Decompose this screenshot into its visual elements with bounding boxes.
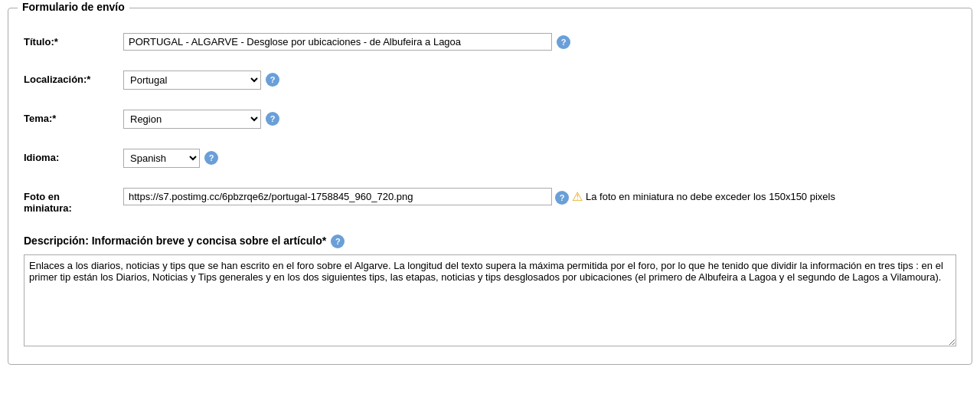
localizacion-select[interactable]: Portugal España Francia	[123, 71, 261, 90]
localizacion-field: Portugal España Francia ?	[123, 71, 279, 90]
titulo-label: Título:*	[24, 33, 123, 48]
tema-label: Tema:*	[24, 110, 123, 124]
thumbnail-input-row: ? ⚠ La foto en miniatura no debe exceder…	[123, 188, 835, 205]
tema-select[interactable]: Region Ciudad Playa	[123, 110, 261, 129]
idioma-help-icon[interactable]: ?	[204, 151, 218, 165]
thumbnail-label-line2: miniatura:	[24, 202, 123, 214]
warning-triangle-icon: ⚠	[572, 189, 583, 204]
description-title-text: Descripción: Información breve y concisa…	[24, 235, 326, 247]
idioma-field: Spanish English French ?	[123, 149, 218, 168]
thumbnail-row: Foto en miniatura: ? ⚠ La foto en miniat…	[24, 185, 956, 217]
localizacion-row: Localización:* Portugal España Francia ?	[24, 67, 956, 93]
thumbnail-help-icon[interactable]: ?	[555, 191, 569, 205]
thumbnail-field: ? ⚠ La foto en miniatura no debe exceder…	[123, 188, 835, 205]
idioma-row: Idioma: Spanish English French ?	[24, 146, 956, 171]
idioma-label: Idioma:	[24, 149, 123, 163]
localizacion-help-icon[interactable]: ?	[266, 73, 279, 87]
titulo-help-icon[interactable]: ?	[557, 35, 570, 49]
tema-field: Region Ciudad Playa ?	[123, 110, 279, 129]
titulo-field: ?	[123, 33, 570, 51]
thumbnail-warning-text: La foto en miniatura no debe exceder los…	[586, 191, 835, 202]
titulo-input[interactable]	[123, 33, 552, 51]
tema-help-icon[interactable]: ?	[266, 112, 279, 126]
thumbnail-url-input[interactable]	[123, 188, 552, 205]
localizacion-label: Localización:*	[24, 71, 123, 85]
thumbnail-label-line1: Foto en	[24, 191, 123, 202]
description-help-icon[interactable]: ?	[331, 235, 345, 248]
titulo-row: Título:* ?	[24, 30, 956, 54]
thumbnail-label: Foto en miniatura:	[24, 188, 123, 214]
form-title: Formulario de envío	[18, 1, 129, 13]
description-section: Descripción: Información breve y concisa…	[24, 232, 956, 349]
form-container: Formulario de envío Título:* ? Localizac…	[8, 8, 972, 365]
description-textarea[interactable]: Enlaces a los diarios, noticias y tips q…	[24, 254, 956, 346]
idioma-select[interactable]: Spanish English French	[123, 149, 200, 168]
description-title: Descripción: Información breve y concisa…	[24, 232, 956, 248]
tema-row: Tema:* Region Ciudad Playa ?	[24, 107, 956, 132]
